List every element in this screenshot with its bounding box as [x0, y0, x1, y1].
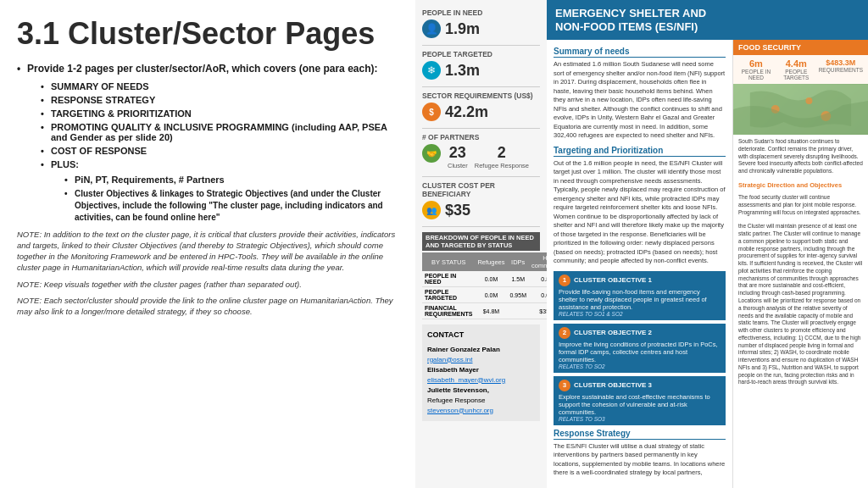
cluster-partner-label: Cluster — [448, 162, 468, 169]
obj3-title-text: CLUSTER OBJECTIVE 3 — [574, 381, 652, 389]
table-row: PEOPLE TARGETED 0.0M 0.95M 0.04M — [422, 287, 547, 303]
obj1-title: 1 CLUSTER OBJECTIVE 1 — [559, 274, 721, 286]
food-stat-1: 6m PEOPLE IN NEED — [738, 58, 774, 80]
req-value: 42.2m — [445, 104, 488, 119]
obj2-relates: RELATES TO SO2 — [559, 363, 721, 369]
page-title: 3.1 Cluster/Sector Pages — [17, 17, 398, 51]
sub-bullet-5: COST OF RESPONSE — [41, 146, 398, 156]
row-pt-label: PEOPLE TARGETED — [422, 287, 475, 303]
obj2-text: Improve the living conditions of protrac… — [559, 341, 721, 363]
objective-3: 3 CLUSTER OBJECTIVE 3 Explore sustainabl… — [554, 376, 726, 425]
food-sub-text: The food security cluster will continue … — [733, 191, 868, 219]
svg-point-2 — [805, 97, 812, 104]
row-pin-refugees: 0.0M — [475, 271, 507, 287]
row-fr-idps — [508, 303, 529, 319]
pt-stat: PEOPLE TARGETED ❄ 1.3m — [422, 50, 540, 80]
food-stats-row: 6m PEOPLE IN NEED 4.4m PEOPLE TARGETS $4… — [733, 55, 868, 84]
obj2-num: 2 — [559, 327, 570, 339]
food-stat-2-val: 4.4m — [777, 58, 815, 69]
row-fr-host: $35.4M — [529, 303, 547, 319]
th-refugees: Refugees — [475, 252, 507, 271]
partners-icon: 🤝 — [422, 144, 441, 163]
obj1-relates: RELATES TO SO1 & SO2 — [559, 311, 721, 317]
es-header: EMERGENCY SHELTER AND NON-FOOD ITEMS (ES… — [547, 0, 868, 40]
obj2-title: 2 CLUSTER OBJECTIVE 2 — [559, 327, 721, 339]
row-pt-refugees: 0.0M — [475, 287, 507, 303]
response-heading: Response Strategy — [554, 429, 726, 440]
plus-bullet-2: Cluster Objectives & linkages to Strateg… — [64, 188, 398, 224]
pin-stat: PEOPLE IN NEED 👤 1.9m — [422, 8, 540, 38]
right-col-text: the Cluster will maintain presence of at… — [733, 219, 868, 390]
th-host: Host communities — [529, 252, 547, 271]
table-row: PEOPLE IN NEED 0.0M 1.5M 0.81M — [422, 271, 547, 287]
food-stat-2: 4.4m PEOPLE TARGETS — [777, 58, 815, 80]
food-map — [733, 84, 868, 135]
food-stat-3-label: REQUIREMENTS — [819, 67, 863, 73]
obj3-num: 3 — [559, 380, 570, 391]
breakdown-section: BREAKDOWN OF PEOPLE IN NEED AND TARGETED… — [422, 232, 540, 319]
food-security-panel: Food Security 6m PEOPLE IN NEED 4.4m PEO… — [732, 40, 868, 488]
plus-bullet-1: PiN, PT, Requirements, # Partners — [64, 175, 398, 185]
contact-name-3: Juliette Stevenson, — [427, 385, 535, 396]
contact-box: CONTACT Rainer Gonzalez Palan rgalan@oss… — [422, 324, 540, 421]
row-pin-idps: 1.5M — [508, 271, 529, 287]
dollar-icon: $ — [422, 103, 441, 121]
cost-stat: CLUSTER COST PER BENEFICIARY 👥 $35 — [422, 181, 540, 219]
contact-title: CONTACT — [427, 330, 535, 341]
es-title-line1: EMERGENCY SHELTER AND — [555, 7, 860, 20]
summary-text: An estimated 1.6 million South Sudanese … — [554, 60, 726, 141]
contact-title-3: Refugee Response — [427, 396, 535, 406]
th-status: BY STATUS — [422, 252, 475, 271]
sub-bullet-4: PROMOTING QUALITY & INCLUSIVE PROGRAMMIN… — [41, 122, 398, 142]
sub-bullets-container: SUMMARY OF NEEDS RESPONSE STRATEGY TARGE… — [17, 81, 398, 169]
food-stat-1-val: 6m — [738, 58, 774, 69]
breakdown-table: BY STATUS Refugees IDPs Host communities… — [422, 252, 547, 319]
food-stat-1-label: PEOPLE IN NEED — [738, 69, 774, 80]
cost-label: CLUSTER COST PER BENEFICIARY — [422, 181, 540, 198]
contact-name-2: Elisabeth Mayer — [427, 365, 535, 375]
map-visual — [733, 84, 868, 135]
food-body-text: South Sudan's food situation continues t… — [733, 135, 868, 179]
food-stat-2-label: PEOPLE TARGETS — [777, 69, 815, 80]
right-main: Summary of needs An estimated 1.6 millio… — [547, 40, 732, 488]
obj2-title-text: CLUSTER OBJECTIVE 2 — [574, 329, 652, 336]
note-2: NOTE: Keep visuals together with the clu… — [17, 279, 398, 290]
req-label: SECTOR REQUIREMENTS (US$) — [422, 92, 540, 100]
es-title-line2: NON-FOOD ITEMS (ES/NFI) — [555, 20, 860, 34]
right-content: Summary of needs An estimated 1.6 millio… — [547, 40, 868, 488]
row-pin-host: 0.81M — [529, 271, 547, 287]
obj1-num: 1 — [559, 274, 570, 286]
objective-1: 1 CLUSTER OBJECTIVE 1 Provide life-savin… — [554, 271, 726, 320]
contact-email-1: rgalan@oss.int — [427, 355, 535, 365]
row-fr-refugees: $4.8M — [475, 303, 507, 319]
row-pt-idps: 0.95M — [508, 287, 529, 303]
objective-2: 2 CLUSTER OBJECTIVE 2 Improve the living… — [554, 324, 726, 373]
contact-name-1: Rainer Gonzalez Palan — [427, 345, 535, 355]
table-row: FINANCIAL REQUIREMENTS $4.8M $35.4M — [422, 303, 547, 319]
person-icon: 👤 — [422, 19, 441, 38]
sub-bullet-3: TARGETING & PRIORITIZATION — [41, 108, 398, 119]
row-pin-label: PEOPLE IN NEED — [422, 271, 475, 287]
sub-bullet-2: RESPONSE STRATEGY — [41, 95, 398, 105]
obj3-text: Explore sustainable and cost-effective m… — [559, 393, 721, 416]
es-title-block: EMERGENCY SHELTER AND NON-FOOD ITEMS (ES… — [555, 7, 860, 33]
response-partner-label: Refugee Response — [475, 162, 529, 169]
note-3: NOTE: Each sector/cluster should provide… — [17, 295, 398, 318]
food-stat-3-val: $483.3M — [819, 58, 863, 67]
response-partner: 2 Refugee Response — [475, 144, 529, 169]
note-1: NOTE: In addition to the text on the clu… — [17, 229, 398, 274]
sub-bullet-1: SUMMARY OF NEEDS — [41, 81, 398, 92]
obj1-title-text: CLUSTER OBJECTIVE 1 — [574, 276, 652, 284]
cost-icon: 👥 — [422, 201, 441, 219]
food-stat-3: $483.3M REQUIREMENTS — [819, 58, 863, 80]
snowflake-icon: ❄ — [422, 61, 441, 80]
response-partner-num: 2 — [498, 144, 506, 162]
left-panel: 3.1 Cluster/Sector Pages Provide 1-2 pag… — [0, 0, 415, 488]
cluster-partner-num: 23 — [449, 144, 466, 162]
main-bullet: Provide 1-2 pages per cluster/sector/AoR… — [17, 63, 398, 75]
sub-bullet-6: PLUS: — [41, 159, 398, 169]
plus-bullets: PiN, PT, Requirements, # Partners Cluste… — [41, 175, 398, 224]
summary-heading: Summary of needs — [554, 47, 726, 58]
middle-panel: PEOPLE IN NEED 👤 1.9m PEOPLE TARGETED ❄ … — [415, 0, 547, 488]
pt-label: PEOPLE TARGETED — [422, 50, 540, 58]
